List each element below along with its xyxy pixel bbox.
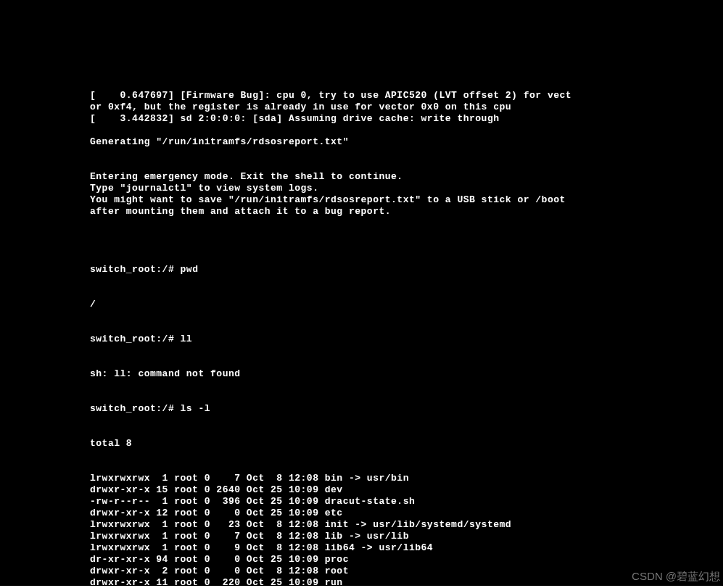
ls-entry: dr-xr-xr-x 94 root 0 0 Oct 25 10:09 proc	[90, 554, 706, 566]
prompt-line: switch_root:/# ll	[90, 334, 706, 345]
terminal-window[interactable]: [ 0.647697] [Firmware Bug]: cpu 0, try t…	[0, 0, 723, 586]
boot-message-line: Entering emergency mode. Exit the shell …	[90, 171, 706, 183]
ls-listing: lrwxrwxrwx 1 root 0 7 Oct 8 12:08 bin ->…	[90, 473, 706, 586]
boot-message-line	[90, 229, 706, 241]
ls-entry: lrwxrwxrwx 1 root 0 7 Oct 8 12:08 lib ->…	[90, 531, 706, 542]
boot-message-line: [ 3.442832] sd 2:0:0:0: [sda] Assuming d…	[90, 113, 706, 125]
ls-entry: lrwxrwxrwx 1 root 0 7 Oct 8 12:08 bin ->…	[90, 473, 706, 484]
boot-message-line: after mounting them and attach it to a b…	[90, 206, 706, 218]
ls-entry: lrwxrwxrwx 1 root 0 9 Oct 8 12:08 lib64 …	[90, 542, 706, 554]
ls-entry: drwxr-xr-x 11 root 0 220 Oct 25 10:09 ru…	[90, 577, 706, 586]
boot-message-line: [ 0.647697] [Firmware Bug]: cpu 0, try t…	[90, 90, 706, 102]
command-pwd: pwd	[181, 264, 199, 275]
boot-message-line: Type "journalctl" to view system logs.	[90, 183, 706, 194]
watermark-text: CSDN @碧蓝幻想	[632, 570, 720, 584]
boot-message-line	[90, 218, 706, 229]
shell-prompt: switch_root:/#	[90, 264, 181, 275]
pwd-output: /	[90, 299, 706, 310]
ll-error-output: sh: ll: command not found	[90, 368, 706, 380]
prompt-line: switch_root:/# ls -l	[90, 403, 706, 415]
ls-entry: lrwxrwxrwx 1 root 0 23 Oct 8 12:08 init …	[90, 519, 706, 531]
command-ls: ls -l	[181, 403, 211, 414]
boot-message-line	[90, 160, 706, 171]
ls-entry: drwxr-xr-x 15 root 0 2640 Oct 25 10:09 d…	[90, 484, 706, 496]
prompt-line: switch_root:/# pwd	[90, 264, 706, 276]
boot-message-line	[90, 148, 706, 160]
shell-prompt: switch_root:/#	[90, 403, 181, 414]
boot-messages: [ 0.647697] [Firmware Bug]: cpu 0, try t…	[90, 90, 706, 241]
command-ll: ll	[181, 334, 193, 344]
ls-total: total 8	[90, 438, 706, 450]
ls-entry: drwxr-xr-x 12 root 0 0 Oct 25 10:09 etc	[90, 508, 706, 519]
boot-message-line: Generating "/run/initramfs/rdsosreport.t…	[90, 136, 706, 148]
boot-message-line: You might want to save "/run/initramfs/r…	[90, 194, 706, 206]
boot-message-line: or 0xf4, but the register is already in …	[90, 102, 706, 113]
shell-prompt: switch_root:/#	[90, 334, 181, 344]
ls-entry: -rw-r--r-- 1 root 0 396 Oct 25 10:09 dra…	[90, 496, 706, 508]
boot-message-line	[90, 125, 706, 136]
ls-entry: drwxr-xr-x 2 root 0 0 Oct 8 12:08 root	[90, 566, 706, 577]
